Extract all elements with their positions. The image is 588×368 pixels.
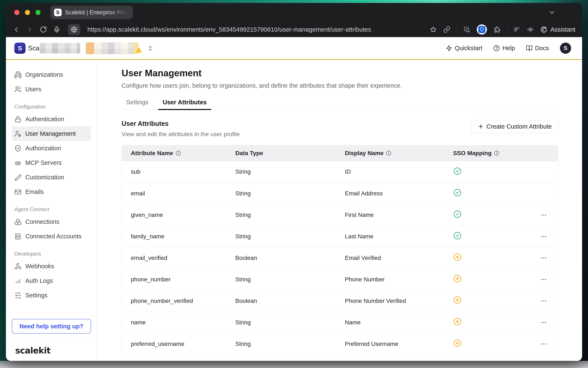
ellipsis-menu-icon[interactable] [540, 211, 548, 219]
sidebar-item-mcp-servers[interactable]: MCP Servers [12, 156, 91, 170]
page-subtitle: Configure how users join, belong to orga… [122, 82, 558, 89]
sidebar-item-label: Connections [25, 218, 59, 225]
attribute-name-cell: email_verified [131, 255, 235, 261]
tab-settings[interactable]: Settings [122, 99, 153, 110]
table-row-partial [122, 355, 558, 361]
users-icon [14, 86, 21, 93]
browser-toolbar: https://app.scalekit.cloud/ws/environmen… [6, 22, 582, 37]
display-name-cell: First Name [345, 212, 453, 218]
sidebar-item-label: Emails [25, 188, 44, 195]
desktop-background: S Scalekit | Enterprise Ready A https://… [0, 0, 588, 368]
ellipsis-menu-icon[interactable] [540, 297, 548, 305]
sidebar-item-webhooks[interactable]: Webhooks [12, 259, 91, 274]
sidebar-item-label: Settings [25, 292, 48, 299]
sidebar-item-settings[interactable]: Settings [12, 288, 91, 303]
sidebar-item-user-management[interactable]: User Management [12, 127, 91, 141]
lock-icon [14, 116, 21, 123]
ellipsis-menu-icon[interactable] [540, 319, 548, 326]
user-avatar[interactable]: S [560, 43, 571, 54]
sso-mapping-cell [453, 231, 519, 241]
docs-button[interactable]: Docs [526, 45, 549, 52]
sidebar-item-label: Customization [25, 174, 64, 181]
table-body: subStringIDemailStringEmail Addressgiven… [122, 161, 558, 355]
bookmark-star-icon[interactable] [430, 26, 437, 33]
sidebar-item-authorization[interactable]: Authorization [12, 141, 91, 156]
close-window-button[interactable] [14, 10, 19, 15]
row-menu-cell [540, 276, 558, 283]
info-icon[interactable] [175, 150, 181, 156]
x-circle-icon [453, 317, 462, 326]
toolbar-divider [457, 25, 457, 34]
sidebar-item-label: MCP Servers [25, 159, 62, 166]
sidebar-section-label: Agent Connect [12, 206, 91, 212]
display-name-cell: Phone Number [345, 276, 453, 283]
sso-mapping-cell [453, 339, 519, 349]
site-info-chip[interactable] [68, 24, 80, 35]
sso-mapping-cell [453, 167, 519, 177]
browser-profile-avatar[interactable] [564, 8, 573, 17]
maximize-window-button[interactable] [36, 10, 40, 15]
tab-favicon: S [54, 9, 62, 16]
ellipsis-menu-icon[interactable] [540, 340, 548, 348]
ellipsis-menu-icon[interactable] [540, 254, 548, 262]
row-menu-cell [540, 297, 558, 305]
chevron-down-icon[interactable] [548, 9, 556, 16]
sidebar-item-connections[interactable]: Connections [12, 215, 91, 229]
copy-link-icon[interactable] [443, 26, 450, 33]
sidebar-item-auth-logs[interactable]: Auth Logs [12, 274, 91, 288]
plus-icon [478, 123, 484, 130]
info-icon[interactable] [494, 150, 499, 156]
sidebar-item-emails[interactable]: Emails [12, 185, 91, 199]
ellipsis-menu-icon[interactable] [540, 276, 548, 283]
column-header-sso-mapping: SSO Mapping [453, 150, 519, 156]
reading-list-icon[interactable] [513, 26, 521, 33]
workspace-switcher-icon[interactable] [147, 45, 154, 52]
sidebar-item-connected-accounts[interactable]: Connected Accounts [12, 229, 91, 244]
audio-waveform-icon[interactable] [527, 26, 534, 33]
section-description: View and edit the attributes in the user… [122, 131, 240, 138]
workspace-name-redacted [40, 43, 80, 54]
need-help-button[interactable]: Need help setting up? [12, 319, 91, 334]
table-row-family-name: family_nameStringLast Name [122, 226, 558, 247]
sidebar-section-label: Developers [12, 251, 91, 257]
shield-check-icon [14, 145, 21, 152]
section-header-row: User Attributes View and edit the attrib… [122, 120, 558, 138]
quickstart-button[interactable]: Quickstart [446, 45, 482, 52]
environment-badge-accent [86, 42, 94, 54]
paintbrush-icon [14, 174, 21, 181]
data-type-cell: String [235, 212, 345, 218]
extensions-puzzle-icon[interactable] [493, 26, 501, 33]
column-header-attribute-name: Attribute Name [131, 150, 235, 156]
microphone-icon[interactable] [53, 26, 60, 33]
assistant-label: Assistant [550, 26, 575, 33]
forward-icon[interactable] [26, 26, 33, 33]
search-in-page-icon[interactable] [463, 26, 471, 33]
url-address[interactable]: https://app.scalekit.cloud/ws/environmen… [87, 26, 371, 33]
sidebar-item-customization[interactable]: Customization [12, 170, 91, 185]
create-custom-attribute-button[interactable]: Create Custom Attribute [471, 120, 558, 133]
browser-tabbar: S Scalekit | Enterprise Ready A [6, 3, 582, 22]
data-type-cell: String [235, 168, 345, 175]
assistant-button[interactable]: Assistant [540, 26, 575, 33]
attribute-name-cell: phone_number [131, 276, 235, 283]
sidebar-item-authentication[interactable]: Authentication [12, 112, 91, 127]
minimize-window-button[interactable] [25, 10, 30, 15]
scalekit-app: S Sca Quickstart Help [6, 37, 582, 361]
password-manager-extension-icon[interactable] [477, 24, 487, 35]
sidebar-item-users[interactable]: Users [12, 82, 91, 97]
display-name-cell: Name [345, 319, 453, 326]
help-button[interactable]: Help [493, 45, 515, 52]
reload-icon[interactable] [40, 26, 47, 33]
sidebar-item-label: Webhooks [25, 263, 54, 270]
sidebar-item-organizations[interactable]: Organizations [12, 67, 91, 82]
ellipsis-menu-icon[interactable] [540, 233, 548, 240]
attribute-name-cell: preferred_username [131, 340, 235, 347]
info-icon[interactable] [386, 150, 392, 156]
display-name-cell: Last Name [345, 233, 453, 240]
sso-mapping-cell [453, 296, 519, 306]
sso-mapping-cell [453, 253, 519, 263]
data-type-cell: String [235, 233, 345, 240]
back-icon[interactable] [13, 26, 20, 33]
tab-user-attributes[interactable]: User Attributes [158, 99, 211, 110]
browser-tab[interactable]: S Scalekit | Enterprise Ready A [50, 6, 133, 19]
